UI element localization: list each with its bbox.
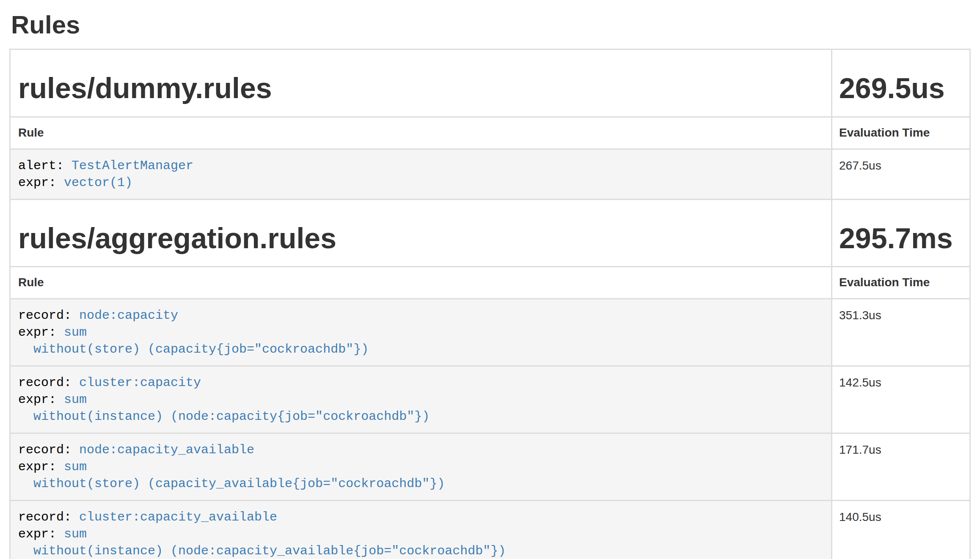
rule-expr-line: expr:vector(1) bbox=[18, 174, 823, 191]
rule-evaluation-time: 351.3us bbox=[832, 299, 970, 366]
rule-expr-label: expr: bbox=[18, 325, 56, 340]
rule-record-label: record: bbox=[18, 443, 72, 457]
table-row: alert:TestAlertManager expr:vector(1) 26… bbox=[10, 149, 970, 199]
rule-evaluation-time: 267.5us bbox=[832, 149, 970, 199]
rule-group-file-name: rules/aggregation.rules bbox=[18, 222, 823, 254]
table-row: record:cluster:capacity_available expr:s… bbox=[10, 501, 970, 559]
rule-group-header-row: rules/aggregation.rules 295.7ms bbox=[10, 199, 970, 267]
rule-record-name-link[interactable]: node:capacity bbox=[79, 308, 178, 323]
rule-record-line: record:cluster:capacity bbox=[18, 374, 823, 391]
rule-expr-link[interactable]: sum without(store) (capacity_available{j… bbox=[18, 460, 445, 491]
rule-record-label: record: bbox=[18, 308, 72, 323]
page-title: Rules bbox=[11, 10, 971, 39]
rule-record-name-link[interactable]: cluster:capacity bbox=[79, 375, 201, 390]
rule-column-header: Rule bbox=[10, 267, 832, 299]
rule-expr-link[interactable]: sum without(store) (capacity{job="cockro… bbox=[18, 325, 369, 356]
rule-group-total-time: 269.5us bbox=[839, 72, 963, 104]
rule-definition-cell: record:cluster:capacity_available expr:s… bbox=[10, 501, 832, 559]
rule-definition-cell: record:node:capacity expr:sum without(st… bbox=[10, 299, 832, 366]
rule-record-name-link[interactable]: cluster:capacity_available bbox=[79, 510, 277, 524]
rules-table: rules/dummy.rules 269.5us Rule Evaluatio… bbox=[9, 49, 971, 559]
rule-group-header-row: rules/dummy.rules 269.5us bbox=[10, 49, 970, 117]
rule-expr-link[interactable]: sum without(instance) (node:capacity_ava… bbox=[18, 527, 506, 558]
rule-group-total-time-cell: 295.7ms bbox=[832, 199, 970, 267]
rule-expr-line: expr:sum without(instance) (node:capacit… bbox=[18, 391, 823, 425]
rule-definition-cell: record:node:capacity_available expr:sum … bbox=[10, 433, 832, 501]
rule-group-total-time: 295.7ms bbox=[839, 222, 963, 254]
rule-alert-line: alert:TestAlertManager bbox=[18, 157, 823, 174]
table-row: record:cluster:capacity expr:sum without… bbox=[10, 366, 970, 433]
rule-expr-label: expr: bbox=[18, 527, 56, 541]
rule-alert-name-link[interactable]: TestAlertManager bbox=[72, 159, 193, 173]
table-row: record:node:capacity_available expr:sum … bbox=[10, 433, 970, 501]
rule-group-file-cell: rules/dummy.rules bbox=[10, 49, 832, 117]
rule-expr-link[interactable]: sum without(instance) (node:capacity{job… bbox=[18, 392, 429, 424]
rule-expr-link[interactable]: vector(1) bbox=[64, 175, 132, 190]
rule-expr-line: expr:sum without(instance) (node:capacit… bbox=[18, 526, 823, 559]
evaluation-time-column-header: Evaluation Time bbox=[832, 117, 970, 149]
rule-record-label: record: bbox=[18, 510, 72, 524]
rule-expr-label: expr: bbox=[18, 175, 56, 190]
rule-expr-line: expr:sum without(store) (capacity{job="c… bbox=[18, 324, 823, 358]
rule-group-file-name: rules/dummy.rules bbox=[18, 72, 823, 104]
table-row: record:node:capacity expr:sum without(st… bbox=[10, 299, 970, 366]
rule-definition-cell: record:cluster:capacity expr:sum without… bbox=[10, 366, 832, 433]
rule-record-line: record:node:capacity bbox=[18, 307, 823, 324]
rule-record-line: record:node:capacity_available bbox=[18, 441, 823, 458]
rule-group-total-time-cell: 269.5us bbox=[832, 49, 970, 117]
rule-record-name-link[interactable]: node:capacity_available bbox=[79, 443, 254, 457]
rule-record-label: record: bbox=[18, 375, 72, 390]
rule-record-line: record:cluster:capacity_available bbox=[18, 509, 823, 526]
rule-alert-label: alert: bbox=[18, 159, 64, 173]
rule-expr-label: expr: bbox=[18, 460, 56, 474]
rule-group-file-cell: rules/aggregation.rules bbox=[10, 199, 832, 267]
rule-column-header: Rule bbox=[10, 117, 832, 149]
rule-evaluation-time: 142.5us bbox=[832, 366, 970, 433]
rule-expr-label: expr: bbox=[18, 392, 56, 407]
rule-evaluation-time: 140.5us bbox=[832, 501, 970, 559]
column-header-row: Rule Evaluation Time bbox=[10, 267, 970, 299]
evaluation-time-column-header: Evaluation Time bbox=[832, 267, 970, 299]
rule-expr-line: expr:sum without(store) (capacity_availa… bbox=[18, 458, 823, 492]
rule-definition-cell: alert:TestAlertManager expr:vector(1) bbox=[10, 149, 832, 199]
rule-evaluation-time: 171.7us bbox=[832, 433, 970, 501]
column-header-row: Rule Evaluation Time bbox=[10, 117, 970, 149]
